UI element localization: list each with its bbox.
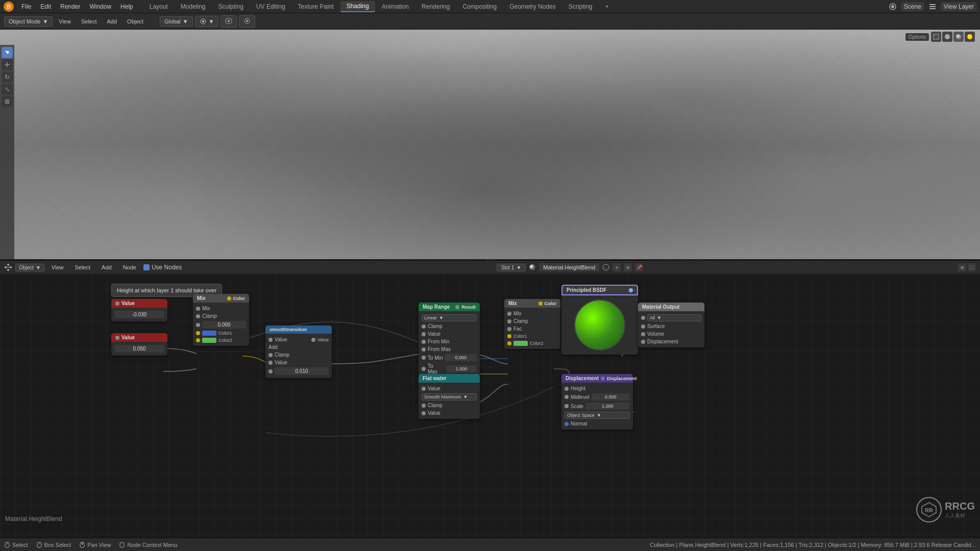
slot-dropdown[interactable]: Slot 1 ▼ <box>497 264 526 271</box>
smooth-value3-socket[interactable] <box>268 369 273 373</box>
map-range-type-dropdown[interactable]: Linear ▼ <box>422 314 477 321</box>
viewport-object-menu[interactable]: Object <box>123 17 148 26</box>
mo-all-dropdown[interactable]: All ▼ <box>647 314 701 321</box>
fw-value2-socket[interactable] <box>422 411 426 415</box>
mix1-color1-socket[interactable] <box>196 331 200 335</box>
use-nodes-checkbox[interactable] <box>143 264 150 270</box>
map-range-frommin-socket[interactable] <box>422 340 426 344</box>
tab-animation[interactable]: Animation <box>376 1 415 12</box>
ne-fullscreen-btn[interactable]: ⛶ <box>968 263 976 271</box>
scale-tool[interactable]: ⤡ <box>2 84 13 95</box>
mix2-color2-socket[interactable] <box>507 341 511 345</box>
mix1-fac-field[interactable]: 0.000 <box>202 321 246 329</box>
wireframe-shading-btn[interactable] <box>931 32 941 42</box>
material-output-node[interactable]: Material Output All ▼ Surface Volume <box>638 303 704 347</box>
value1-field[interactable]: -0.030 <box>114 311 164 318</box>
map-range-frommax-socket[interactable] <box>422 347 426 352</box>
fw-clamp-socket[interactable] <box>422 404 426 408</box>
mix1-clamp-socket[interactable] <box>196 314 200 318</box>
disp-midlevel-socket[interactable] <box>565 395 569 399</box>
smooth-transition-node[interactable]: smoothtransition Value Value Add Clamp <box>265 325 332 378</box>
displacement-output-socket[interactable] <box>601 377 605 381</box>
rotate-tool[interactable]: ↻ <box>2 71 13 83</box>
pin-material-btn[interactable]: 📌 <box>635 263 643 271</box>
node-editor-type-dropdown[interactable]: Object ▼ <box>15 264 44 271</box>
map-range-node[interactable]: Map Range Result Linear ▼ Clamp Valu <box>419 303 480 378</box>
tab-compositing[interactable]: Compositing <box>456 1 503 12</box>
mix1-mix-socket[interactable] <box>196 307 200 311</box>
disp-scale-field[interactable]: 1.000 <box>585 403 630 410</box>
material-name-field[interactable]: Material.HeightBlend <box>539 263 599 271</box>
disp-midlevel-field[interactable]: 0.000 <box>592 393 630 400</box>
principled-bsdf-node[interactable]: Principled BSDF <box>561 285 638 355</box>
value2-output-socket[interactable] <box>115 336 119 340</box>
snap-toggle[interactable] <box>220 15 237 28</box>
mo-surface-socket[interactable] <box>641 324 645 329</box>
tab-modeling[interactable]: Modeling <box>175 1 212 12</box>
solid-shading-btn[interactable] <box>942 32 952 42</box>
viewport-select-menu[interactable]: Select <box>77 17 101 26</box>
tab-sculpting[interactable]: Sculpting <box>212 1 250 12</box>
tab-rendering[interactable]: Rendering <box>415 1 456 12</box>
mix2-color-output[interactable] <box>538 302 543 306</box>
map-range-tomin-socket[interactable] <box>422 356 426 360</box>
menu-window[interactable]: Window <box>85 2 115 11</box>
disp-normal-socket[interactable] <box>565 422 569 426</box>
mix-node-1[interactable]: Mix Color Mix Clamp 0.000 <box>193 294 249 346</box>
ne-add-menu[interactable]: Add <box>97 263 116 271</box>
view-layer-name[interactable]: View Layer <box>941 2 977 11</box>
smooth-value-output[interactable] <box>311 338 315 342</box>
3d-viewport[interactable]: ✛ ↻ ⤡ ⊞ Options <box>0 30 980 259</box>
map-range-result-output[interactable] <box>455 305 459 309</box>
disp-height-socket[interactable] <box>565 387 569 391</box>
map-range-tomin-field[interactable]: 0.000 <box>445 354 477 361</box>
value2-field[interactable]: 0.050 <box>114 345 164 353</box>
scene-name[interactable]: Scene <box>901 2 924 11</box>
tab-geometry-nodes[interactable]: Geometry Nodes <box>503 1 562 12</box>
smooth-clamp-socket[interactable] <box>268 353 273 357</box>
mo-volume-socket[interactable] <box>641 332 645 336</box>
tab-texture-paint[interactable]: Texture Paint <box>292 1 340 12</box>
mix1-color2-swatch[interactable] <box>202 338 216 343</box>
value-node-1[interactable]: Value -0.030 <box>111 299 167 321</box>
browse-material-icon[interactable]: ⋯ <box>602 264 609 271</box>
menu-file[interactable]: File <box>17 2 35 11</box>
tab-scripting[interactable]: Scripting <box>562 1 599 12</box>
disp-space-dropdown[interactable]: Object Space ▼ <box>565 412 630 419</box>
proportional-editing-toggle[interactable] <box>239 15 255 28</box>
ne-select-menu[interactable]: Select <box>70 263 94 271</box>
close-material-btn[interactable]: ✕ <box>624 263 632 271</box>
viewport-view-menu[interactable]: View <box>55 17 75 26</box>
tab-uv-editing[interactable]: UV Editing <box>250 1 291 12</box>
value-node-2[interactable]: Value 0.050 <box>111 333 167 356</box>
smooth-value3-field[interactable]: 0.010 <box>275 367 329 375</box>
node-canvas[interactable]: Height at which layer 1 should take over… <box>0 274 980 538</box>
ne-node-menu[interactable]: Node <box>119 263 140 271</box>
fw-value-socket[interactable] <box>422 387 426 391</box>
viewport-add-menu[interactable]: Add <box>103 17 121 26</box>
map-range-tomax-field[interactable]: 1.000 <box>446 365 477 372</box>
smooth-value2-socket[interactable] <box>268 361 273 365</box>
smooth-value-socket[interactable] <box>268 338 273 342</box>
move-tool[interactable]: ✛ <box>2 59 13 70</box>
rendered-shading-btn[interactable] <box>965 32 975 42</box>
mo-all-socket[interactable] <box>641 316 645 320</box>
menu-render[interactable]: Render <box>56 2 84 11</box>
value1-output-socket[interactable] <box>115 302 119 306</box>
mo-displacement-socket[interactable] <box>641 340 645 344</box>
mix1-color-output[interactable] <box>227 296 231 300</box>
use-nodes-toggle[interactable]: Use Nodes <box>143 264 182 271</box>
tab-add-workspace[interactable]: + <box>599 1 615 12</box>
fw-smooth-dropdown[interactable]: Smooth Maximum ▼ <box>422 393 477 400</box>
displacement-node[interactable]: Displacement Displacement Height Midleve… <box>561 374 633 430</box>
transform-tool[interactable]: ⊞ <box>2 96 13 107</box>
mix2-color2-swatch[interactable] <box>513 341 528 346</box>
new-material-btn[interactable]: + <box>612 263 621 271</box>
pivot-dropdown[interactable]: ▼ <box>195 16 219 27</box>
mix1-color1-swatch[interactable] <box>202 331 216 336</box>
tab-shading[interactable]: Shading <box>340 1 375 12</box>
transform-orientation-dropdown[interactable]: Global ▼ <box>160 16 193 27</box>
menu-help[interactable]: Help <box>116 2 137 11</box>
tab-layout[interactable]: Layout <box>143 1 174 12</box>
select-tool[interactable] <box>2 47 13 58</box>
